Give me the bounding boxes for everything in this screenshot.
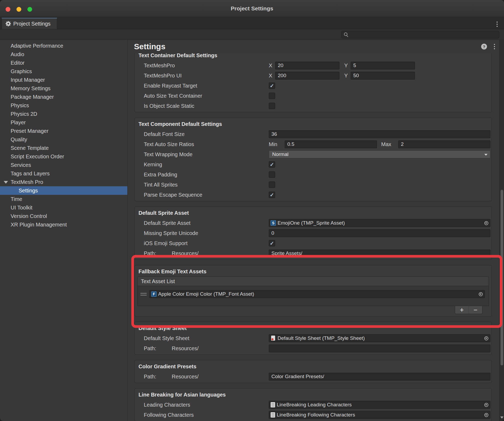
following-characters-field[interactable]: LineBreaking Following Characters bbox=[269, 411, 490, 419]
sidebar-item-package-manager[interactable]: Package Manager bbox=[0, 93, 127, 101]
checkmark-icon: ✓ bbox=[270, 192, 274, 197]
window-menu-button[interactable] bbox=[495, 20, 499, 28]
tint-all-sprites-checkbox[interactable] bbox=[269, 181, 275, 188]
sidebar-item-xr-plugin-management[interactable]: XR Plugin Management bbox=[0, 220, 127, 229]
field-label: Following Characters bbox=[136, 412, 269, 418]
vertical-scrollbar[interactable] bbox=[499, 40, 504, 421]
field-label: iOS Emoji Support bbox=[136, 240, 269, 246]
field-label: Enable Raycast Target bbox=[136, 83, 269, 89]
textmeshpro-ui-y-input[interactable] bbox=[351, 72, 415, 80]
drag-handle-icon[interactable] bbox=[140, 293, 147, 295]
settings-row: Text Wrapping Mode Normal bbox=[136, 149, 490, 159]
style-sheet-icon bbox=[271, 336, 276, 341]
sidebar-item-textmesh-pro[interactable]: TextMesh Pro bbox=[0, 178, 127, 186]
settings-panel-header: Settings ? bbox=[128, 40, 504, 53]
sidebar-item-player[interactable]: Player bbox=[0, 118, 127, 127]
field-label: Is Object Scale Static bbox=[136, 103, 269, 109]
enable-raycast-target-checkbox[interactable]: ✓ bbox=[269, 82, 275, 89]
default-font-size-input[interactable] bbox=[269, 130, 490, 138]
object-picker-icon[interactable] bbox=[483, 335, 489, 341]
scroll-down-button[interactable] bbox=[500, 416, 503, 419]
ios-emoji-support-checkbox[interactable]: ✓ bbox=[269, 240, 275, 246]
object-picker-icon[interactable] bbox=[477, 291, 484, 297]
settings-row: Default Sprite Asset S EmojiOne (TMP_Spr… bbox=[136, 218, 490, 228]
textmeshpro-y-input[interactable] bbox=[351, 62, 415, 69]
sidebar-item-ui-toolkit[interactable]: UI Toolkit bbox=[0, 203, 127, 212]
sidebar-item-physics-2d[interactable]: Physics 2D bbox=[0, 110, 127, 118]
sidebar-item-label: TextMesh Pro bbox=[11, 179, 43, 185]
object-field-value: EmojiOne (TMP_Sprite Asset) bbox=[278, 220, 345, 226]
page-title: Settings bbox=[134, 42, 476, 51]
project-settings-window: Project Settings Project Settings Adapti… bbox=[0, 0, 504, 421]
sprite-asset-path-input[interactable] bbox=[269, 250, 490, 257]
default-sprite-asset-field[interactable]: S EmojiOne (TMP_Sprite Asset) bbox=[269, 219, 490, 227]
sidebar-item-memory-settings[interactable]: Memory Settings bbox=[0, 84, 127, 93]
section-header: Color Gradient Presets bbox=[136, 361, 490, 372]
settings-row: Tint All Sprites bbox=[136, 180, 490, 190]
add-button[interactable]: + bbox=[455, 306, 469, 314]
help-icon[interactable]: ? bbox=[481, 44, 487, 49]
sidebar-item-editor[interactable]: Editor bbox=[0, 59, 127, 67]
x-axis-label: X bbox=[269, 63, 275, 69]
text-asset-icon bbox=[271, 412, 275, 418]
sidebar-item-script-execution-order[interactable]: Script Execution Order bbox=[0, 152, 127, 161]
sidebar-item-adaptive-performance[interactable]: Adaptive Performance bbox=[0, 42, 127, 50]
sidebar-item-time[interactable]: Time bbox=[0, 195, 127, 203]
sidebar-item-input-manager[interactable]: Input Manager bbox=[0, 76, 127, 84]
is-object-scale-static-checkbox[interactable] bbox=[269, 103, 275, 109]
search-icon bbox=[344, 32, 348, 37]
missing-sprite-unicode-input[interactable] bbox=[269, 229, 490, 237]
checkmark-icon: ✓ bbox=[270, 83, 274, 88]
sidebar-item-settings[interactable]: Settings bbox=[0, 186, 127, 195]
settings-row: Extra Padding bbox=[136, 170, 490, 180]
tab-project-settings[interactable]: Project Settings bbox=[2, 18, 57, 29]
object-picker-icon[interactable] bbox=[483, 220, 489, 226]
path-prefix-label: Resources/ bbox=[172, 345, 199, 352]
settings-row: Default Font Size bbox=[136, 129, 490, 139]
parse-escape-sequence-checkbox[interactable]: ✓ bbox=[269, 192, 275, 198]
sidebar-item-tags-and-layers[interactable]: Tags and Layers bbox=[0, 169, 127, 178]
zoom-button[interactable] bbox=[27, 7, 32, 12]
leading-characters-field[interactable]: LineBreaking Leading Characters bbox=[269, 401, 490, 409]
sidebar-item-audio[interactable]: Audio bbox=[0, 50, 127, 59]
auto-size-min-input[interactable] bbox=[285, 141, 377, 148]
checkmark-icon: ✓ bbox=[270, 241, 274, 246]
section-default-style-sheet: Default Style Sheet Default Style Sheet … bbox=[135, 322, 492, 355]
object-picker-icon[interactable] bbox=[483, 402, 489, 408]
sidebar-item-graphics[interactable]: Graphics bbox=[0, 67, 127, 76]
scrollbar-thumb[interactable] bbox=[501, 190, 503, 365]
sidebar-item-services[interactable]: Services bbox=[0, 161, 127, 169]
section-header: Line Breaking for Asian languages bbox=[136, 390, 490, 400]
search-input[interactable] bbox=[350, 32, 497, 37]
search-field[interactable] bbox=[341, 31, 499, 38]
kerning-checkbox[interactable]: ✓ bbox=[269, 161, 275, 168]
textmeshpro-x-input[interactable] bbox=[275, 62, 339, 69]
fallback-font-asset-field[interactable]: F Apple Color Emoji Color (TMP_Font Asse… bbox=[149, 290, 485, 298]
style-sheet-path-input[interactable] bbox=[269, 345, 490, 352]
object-picker-icon[interactable] bbox=[483, 412, 489, 418]
font-asset-icon: F bbox=[151, 291, 157, 297]
sidebar-item-quality[interactable]: Quality bbox=[0, 135, 127, 144]
minimize-button[interactable] bbox=[16, 7, 21, 12]
default-style-sheet-field[interactable]: Default Style Sheet (TMP_Style Sheet) bbox=[269, 334, 490, 342]
y-axis-label: Y bbox=[344, 73, 351, 79]
section-header: Text Container Default Settings bbox=[136, 53, 490, 60]
text-wrapping-mode-dropdown[interactable]: Normal bbox=[269, 150, 490, 158]
more-menu-button[interactable] bbox=[492, 42, 497, 51]
color-gradient-path-input[interactable] bbox=[269, 373, 490, 381]
sidebar-item-physics[interactable]: Physics bbox=[0, 101, 127, 110]
close-button[interactable] bbox=[6, 7, 10, 12]
extra-padding-checkbox[interactable] bbox=[269, 171, 275, 178]
settings-row: Enable Raycast Target ✓ bbox=[136, 81, 490, 91]
foldout-arrow-icon[interactable] bbox=[4, 181, 8, 184]
sidebar-item-preset-manager[interactable]: Preset Manager bbox=[0, 127, 127, 135]
textmeshpro-ui-x-input[interactable] bbox=[275, 72, 339, 80]
field-label: Kerning bbox=[136, 162, 269, 168]
remove-button[interactable]: − bbox=[469, 306, 482, 314]
sidebar-item-scene-template[interactable]: Scene Template bbox=[0, 144, 127, 152]
y-axis-label: Y bbox=[344, 63, 351, 69]
sidebar-item-version-control[interactable]: Version Control bbox=[0, 212, 127, 220]
auto-size-text-container-checkbox[interactable] bbox=[269, 93, 275, 99]
settings-row: TextMeshPro UI X Y bbox=[136, 71, 490, 81]
auto-size-max-input[interactable] bbox=[398, 141, 490, 148]
